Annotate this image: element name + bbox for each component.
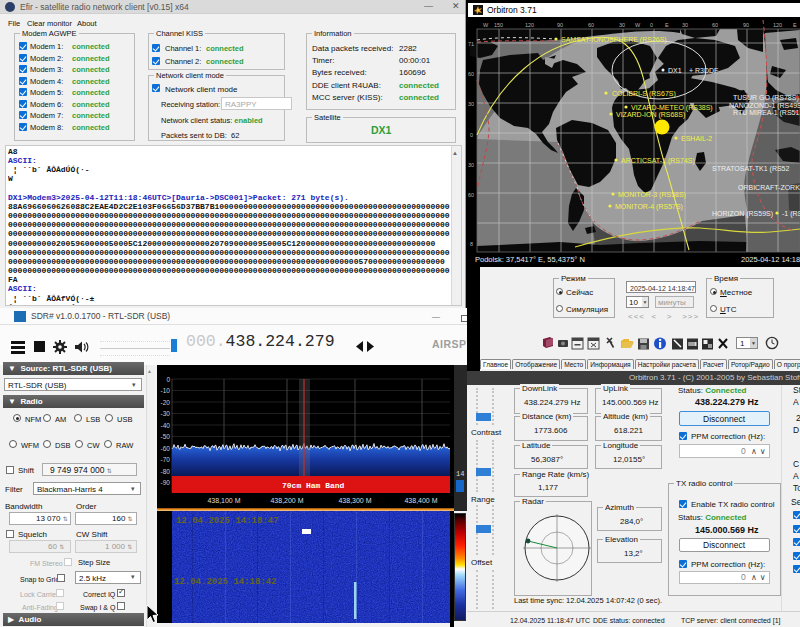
svg-text:70cm Ham Band: 70cm Ham Band xyxy=(282,481,345,490)
svg-text:12.04.2025 14:18:47: 12.04.2025 14:18:47 xyxy=(176,516,279,526)
svg-text:12.04.2025 14:18:42: 12.04.2025 14:18:42 xyxy=(174,577,277,587)
svg-text:438,200 M: 438,200 M xyxy=(270,497,303,504)
svg-text:-80: -80 xyxy=(161,468,171,475)
svg-text:-30: -30 xyxy=(161,410,171,417)
svg-text:-10: -10 xyxy=(161,387,171,394)
svg-text:438,100 M: 438,100 M xyxy=(207,497,240,504)
svg-text:-40: -40 xyxy=(161,422,171,429)
svg-text:0: 0 xyxy=(166,376,170,383)
svg-text:-20: -20 xyxy=(161,399,171,406)
svg-text:438,400 M: 438,400 M xyxy=(404,497,437,504)
svg-text:438,300 M: 438,300 M xyxy=(338,497,371,504)
svg-text:-70: -70 xyxy=(161,456,171,463)
svg-text:-50: -50 xyxy=(161,433,171,440)
svg-text:-90: -90 xyxy=(161,479,171,486)
svg-text:-60: -60 xyxy=(161,445,171,452)
